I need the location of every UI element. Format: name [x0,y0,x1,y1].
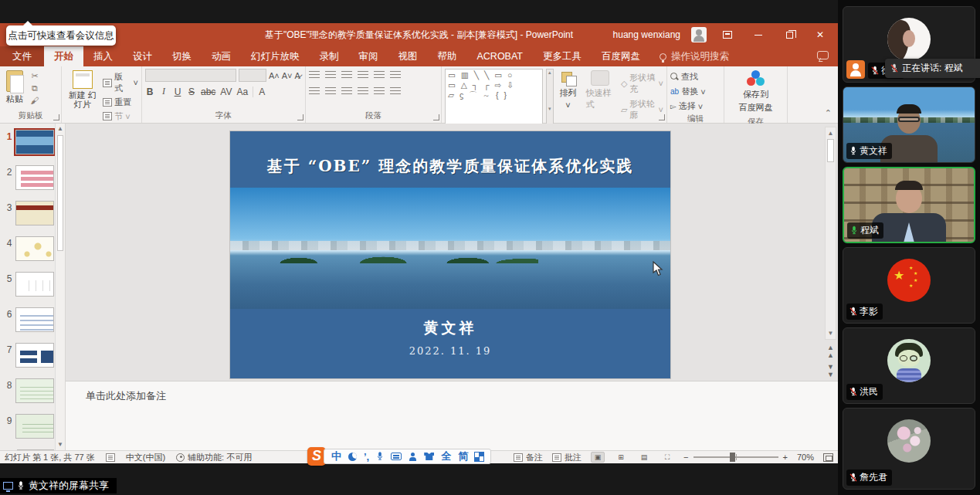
reset-button[interactable]: 重置 [103,97,138,108]
justify-icon[interactable] [358,87,368,97]
font-name-combo[interactable] [145,69,236,82]
tell-me-search[interactable]: 操作说明搜索 [650,46,738,66]
copy-icon[interactable]: ⧉ [29,83,40,93]
participant-tile-huangwenxiang[interactable]: 黄文祥 [843,86,975,163]
zoom-slider[interactable] [693,456,778,458]
slide-thumbnail-7[interactable]: 7 [3,343,54,368]
align-right-icon[interactable] [341,87,352,97]
section-button[interactable]: 节 ˅ [103,110,138,122]
shrink-font-button[interactable]: A˅ [282,71,293,80]
italic-button[interactable]: I [159,86,168,97]
tab-baidu-netdisk[interactable]: 百度网盘 [592,46,650,66]
ime-skin-icon[interactable] [424,453,434,460]
slide-thumbnail-4[interactable]: 4 [3,236,54,261]
scrollbar-thumb[interactable] [827,139,834,162]
smartart-convert-icon[interactable] [390,87,401,97]
scroll-down-icon[interactable]: ▼ [826,327,836,339]
tab-insert[interactable]: 插入 [83,46,123,66]
layout-button[interactable]: 版式 ˅ [103,71,138,94]
ime-fullhalf-moon-icon[interactable] [348,453,357,461]
meeting-info-tooltip[interactable]: 点击可快速查看会议信息 [6,25,116,46]
slide-thumbnail-8[interactable]: 8 [3,378,54,403]
tab-acrobat[interactable]: ACROBAT [467,46,534,66]
strikethrough-button[interactable]: S [187,86,196,97]
participant-tile-chengbin[interactable]: 程斌 [843,167,975,243]
tab-more-tools[interactable]: 更多工具 [533,46,592,66]
tab-file[interactable]: 文件 [0,46,44,66]
previous-slide-button[interactable]: ▲▲ [827,344,834,359]
fit-to-window-icon[interactable] [823,453,833,462]
slideshow-view-button[interactable]: ⛶ [660,452,674,463]
restore-button[interactable] [779,26,799,43]
scrollbar-thumb[interactable] [57,135,63,251]
normal-view-button[interactable]: ▣ [591,452,605,463]
new-slide-button[interactable]: 新建 幻灯片 [65,69,100,122]
slide-thumbnail-1[interactable]: 1 [3,130,54,154]
increase-indent-icon[interactable] [358,71,368,80]
comments-bubble-icon[interactable] [817,51,829,59]
participant-tile-hongmin[interactable]: 洪民 [843,327,975,404]
text-direction-icon[interactable] [390,71,401,80]
drawing-dialog-launcher[interactable] [659,114,665,120]
tab-slideshow[interactable]: 幻灯片放映 [241,46,310,66]
accessibility-status[interactable]: 辅助功能: 不可用 [176,452,252,463]
format-painter-icon[interactable]: 🖌 [29,96,40,106]
cut-icon[interactable]: ✂ [29,71,40,81]
tab-transitions[interactable]: 切换 [162,46,202,66]
slide-sorter-view-button[interactable]: ⊞ [614,452,628,463]
language-status[interactable]: 中文(中国) [126,452,165,463]
change-case-button[interactable]: Aa [236,86,248,97]
ime-punctuation[interactable]: ’, [364,451,369,463]
numbering-icon[interactable] [325,71,336,80]
select-button[interactable]: ▻选择 ˅ [670,100,721,112]
font-color-button[interactable]: A [253,86,265,97]
font-size-combo[interactable] [239,69,266,82]
shape-outline-button[interactable]: ▱ 形状轮廓 ˅ [621,98,663,121]
participant-tile-liying[interactable]: ★ ★ ★ ★ ★ 李影 [843,247,975,324]
ime-account-icon[interactable] [409,453,417,461]
line-spacing-icon[interactable] [374,71,385,80]
ime-toolbox-icon[interactable] [475,453,483,461]
character-spacing-button[interactable]: AV [220,86,232,97]
scroll-down-icon[interactable]: ▼ [56,439,65,450]
ribbon-display-options-button[interactable] [717,26,738,43]
comments-toggle-button[interactable]: 批注 [552,452,582,463]
paragraph-dialog-launcher[interactable] [433,114,439,120]
ime-mode-chinese[interactable]: 中 [331,449,341,463]
spell-check-icon[interactable] [106,453,115,462]
close-button[interactable]: ✕ [810,26,830,43]
slide-canvas[interactable]: 基于 “OBE” 理念的教学质量保证体系优化实践 黄文祥 2022. 11. 1… [230,131,670,378]
tab-review[interactable]: 审阅 [349,46,388,66]
tab-home[interactable]: 开始 [44,46,83,66]
ime-fullwidth[interactable]: 全 [441,449,451,463]
clipboard-dialog-launcher[interactable] [53,114,59,120]
notes-toggle-button[interactable]: 备注 [514,452,543,463]
scroll-up-icon[interactable]: ▲ [56,124,65,134]
bold-button[interactable]: B [145,86,154,97]
shape-fill-button[interactable]: ◇ 形状填充 ˅ [621,72,663,95]
account-avatar-icon[interactable] [691,27,707,42]
notes-pane[interactable]: 单击此处添加备注 [66,381,838,450]
replace-button[interactable]: ab替换 ˅ [670,86,721,97]
zoom-in-button[interactable]: + [783,453,788,462]
tab-view[interactable]: 视图 [388,46,428,66]
zoom-out-button[interactable]: − [683,453,688,462]
tab-animations[interactable]: 动画 [202,46,241,66]
ime-soft-keyboard-icon[interactable] [391,453,402,460]
scroll-up-icon[interactable]: ▲ [826,127,836,139]
tab-help[interactable]: 帮助 [428,46,467,66]
reading-view-button[interactable]: ▤ [637,452,651,463]
font-dialog-launcher[interactable] [297,114,303,120]
screen-share-badge[interactable]: 黄文祥的屏幕共享 [0,478,117,493]
bullets-icon[interactable] [309,71,320,80]
save-to-baidu-button[interactable]: 保存到 百度网盘 [736,69,776,115]
slide-thumbnail-6[interactable]: 6 [3,307,54,332]
zoom-slider-handle[interactable] [730,453,735,462]
underline-button[interactable]: U [173,86,182,97]
slide-thumbnail-2[interactable]: 2 [3,165,54,190]
minimize-button[interactable] [748,26,768,43]
ime-simplified[interactable]: 简 [458,449,468,463]
find-button[interactable]: 查找 [670,71,721,83]
ime-voice-mic-icon[interactable] [376,451,384,462]
align-center-icon[interactable] [325,87,336,97]
